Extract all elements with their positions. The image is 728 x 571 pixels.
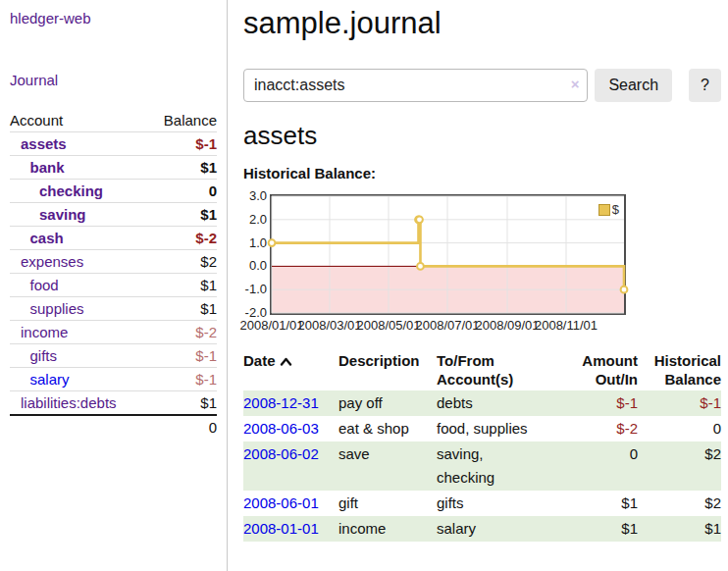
chart-y-tick: -1.0 [243, 283, 267, 296]
transaction-amount: 0 [567, 441, 638, 491]
account-link[interactable]: income [10, 324, 68, 340]
nav-journal-link[interactable]: Journal [10, 72, 58, 88]
account-balance: $1 [148, 203, 217, 227]
account-link[interactable]: cash [10, 230, 64, 246]
search-box: × [243, 69, 588, 102]
register-table: Date Description To/From Account(s) Amou… [243, 349, 721, 542]
transaction-description: income [338, 516, 437, 542]
account-link[interactable]: supplies [10, 300, 84, 317]
chart-title: Historical Balance: [243, 165, 721, 182]
account-link[interactable]: expenses [10, 253, 83, 270]
account-link[interactable]: salary [10, 371, 70, 388]
chart-y-tick: 3.0 [243, 189, 267, 203]
account-balance: $2 [148, 250, 217, 274]
account-row: salary$-1 [10, 368, 217, 391]
page-title: sample.journal [243, 6, 721, 41]
account-row: saving$1 [10, 203, 217, 227]
legend-label: $ [612, 203, 619, 216]
search-input[interactable] [243, 69, 588, 102]
account-row: checking0 [10, 180, 217, 203]
chart-y-tick: 2.0 [243, 213, 267, 227]
transaction-row: 2008-06-03eat & shopfood, supplies$-20 [243, 416, 721, 441]
account-row: expenses$2 [10, 250, 217, 274]
account-title: assets [243, 121, 721, 151]
accounts-col-account: Account [10, 109, 148, 132]
account-balance: $1 [148, 156, 217, 180]
transaction-accounts: saving, checking [437, 441, 567, 491]
account-row: bank$1 [10, 156, 217, 180]
legend-swatch-icon [598, 204, 610, 216]
transaction-accounts: salary [437, 516, 567, 542]
account-balance: $-1 [148, 132, 217, 156]
transaction-accounts: food, supplies [437, 416, 567, 441]
chart-legend: $ [598, 203, 619, 216]
chart-x-tick: 2008/01/01 [239, 318, 303, 333]
transaction-date-link[interactable]: 2008-06-01 [243, 494, 319, 511]
transaction-row: 2008-12-31pay offdebts$-1$-1 [243, 390, 721, 416]
register-col-amount: Amount Out/In [567, 349, 638, 390]
account-link[interactable]: gifts [10, 347, 57, 364]
chart-x-tick: 2008/03/01 [297, 318, 361, 333]
accounts-header-row: Account Balance [10, 109, 217, 132]
chart-x-tick: 2008/07/01 [415, 318, 479, 333]
register-col-date[interactable]: Date [243, 349, 338, 390]
transaction-balance: 0 [638, 416, 721, 441]
historical-balance-chart: 3.02.01.00.0-1.0-2.0$2008/01/012008/03/0… [243, 194, 721, 337]
transaction-description: save [338, 441, 437, 491]
transaction-balance: $1 [638, 516, 721, 542]
transaction-date-link[interactable]: 2008-06-02 [243, 445, 319, 462]
transaction-date-link[interactable]: 2008-12-31 [243, 394, 319, 411]
chart-y-tick: 1.0 [243, 236, 267, 250]
chart-plot: $ [270, 194, 626, 315]
chart-canvas [272, 196, 624, 313]
account-balance: $-1 [148, 368, 217, 391]
account-row: gifts$-1 [10, 344, 217, 368]
main-content: sample.journal × Search ? assets Histori… [243, 6, 728, 542]
account-balance: $-2 [148, 321, 217, 344]
search-button[interactable]: Search [595, 69, 672, 102]
transaction-balance: $-1 [638, 390, 721, 416]
transaction-accounts: debts [437, 390, 567, 416]
register-col-accounts: To/From Account(s) [437, 349, 567, 390]
account-row: liabilities:debts$1 [10, 391, 217, 416]
transaction-amount: $1 [567, 516, 638, 542]
account-link[interactable]: bank [10, 159, 65, 176]
brand-link[interactable]: hledger-web [10, 10, 217, 26]
transaction-amount: $-2 [567, 416, 638, 441]
chart-x-tick: 2008/05/01 [356, 318, 420, 333]
transaction-row: 2008-01-01incomesalary$1$1 [243, 516, 721, 542]
chart-x-tick: 2008/09/01 [475, 318, 539, 333]
transaction-description: pay off [338, 390, 437, 416]
transaction-amount: $-1 [567, 390, 638, 416]
accounts-col-balance: Balance [148, 109, 217, 132]
transaction-description: gift [338, 491, 437, 516]
transaction-description: eat & shop [338, 416, 437, 441]
sort-ascending-icon [280, 357, 292, 366]
account-balance: $-1 [148, 344, 217, 368]
accounts-total-row: 0 [10, 415, 217, 439]
account-link[interactable]: liabilities:debts [10, 394, 117, 411]
register-header-row: Date Description To/From Account(s) Amou… [243, 349, 721, 390]
account-link[interactable]: assets [10, 135, 67, 152]
account-row: food$1 [10, 274, 217, 297]
clear-search-icon[interactable]: × [571, 76, 580, 92]
account-link[interactable]: food [10, 277, 59, 293]
register-col-description: Description [338, 349, 437, 390]
search-bar: × Search ? [243, 69, 721, 102]
accounts-total-balance: 0 [148, 415, 217, 439]
account-row: cash$-2 [10, 227, 217, 250]
transaction-date-link[interactable]: 2008-06-03 [243, 420, 319, 437]
account-balance: $-2 [148, 227, 217, 250]
transaction-date-link[interactable]: 2008-01-01 [243, 520, 319, 537]
transaction-row: 2008-06-01giftgifts$1$2 [243, 491, 721, 516]
transaction-balance: $2 [638, 441, 721, 491]
account-balance: $1 [148, 297, 217, 321]
chart-y-tick: 0.0 [243, 259, 267, 273]
account-link[interactable]: checking [10, 182, 103, 199]
accounts-table: Account Balance assets$-1bank$1checking0… [10, 109, 217, 439]
transaction-accounts: gifts [437, 491, 567, 516]
account-link[interactable]: saving [10, 206, 86, 223]
help-button[interactable]: ? [689, 69, 721, 102]
register-col-balance: Historical Balance [638, 349, 721, 390]
account-row: assets$-1 [10, 132, 217, 156]
